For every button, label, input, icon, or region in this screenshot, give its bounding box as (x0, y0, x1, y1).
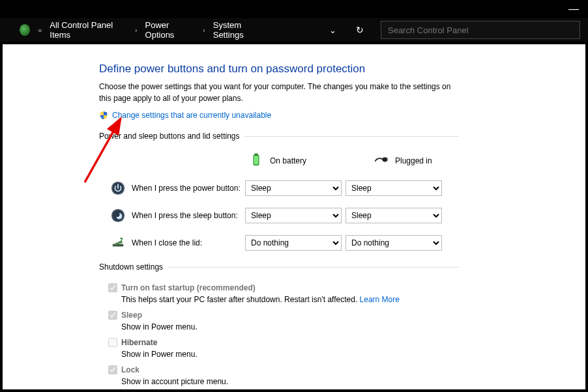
path-dropdown-chevron[interactable]: ⌄ (325, 25, 340, 35)
title-bar: — (0, 0, 588, 18)
minimize-button[interactable]: — (568, 4, 579, 14)
nav-bar: « All Control Panel Items › Power Option… (0, 18, 588, 42)
sleep-title: Sleep (121, 311, 142, 320)
svg-rect-4 (387, 158, 388, 159)
uac-shield-icon (99, 111, 108, 120)
breadcrumb-back-chevron[interactable]: « (38, 26, 42, 34)
column-header-plugged: Plugged in (395, 156, 432, 165)
search-input[interactable] (381, 21, 580, 39)
svg-rect-1 (254, 154, 258, 156)
hibernate-checkbox[interactable]: Hibernate (108, 338, 459, 347)
section-header-label: Shutdown settings (99, 262, 163, 272)
battery-icon (249, 152, 263, 169)
close-lid-battery-select[interactable]: Do nothing (245, 235, 342, 251)
chevron-right-icon: › (135, 26, 138, 34)
breadcrumb-item[interactable]: Power Options (145, 20, 195, 40)
control-panel-icon (20, 24, 30, 36)
sleep-button-battery-select[interactable]: Sleep (245, 208, 342, 223)
close-lid-label: When I close the lid: (128, 238, 245, 247)
breadcrumb-item[interactable]: System Settings (213, 20, 268, 40)
section-header-shutdown: Shutdown settings (99, 262, 459, 272)
power-button-plugged-select[interactable]: Sleep (345, 180, 442, 196)
page-subtitle: Choose the power settings that you want … (99, 81, 459, 104)
sleep-button-label: When I press the sleep button: (128, 211, 245, 220)
hibernate-checkbox-input[interactable] (108, 338, 117, 347)
fast-startup-title: Turn on fast startup (recommended) (121, 283, 256, 292)
svg-rect-5 (387, 160, 388, 161)
lock-checkbox[interactable]: Lock (108, 365, 459, 374)
fast-startup-checkbox[interactable]: Turn on fast startup (recommended) (108, 283, 459, 292)
power-button-battery-select[interactable]: Sleep (245, 180, 342, 196)
sleep-button-icon (108, 208, 128, 223)
plug-icon (374, 152, 389, 169)
section-header-label: Power and sleep buttons and lid settings (99, 132, 239, 141)
hibernate-desc: Show in Power menu. (121, 350, 459, 359)
lock-desc: Show in account picture menu. (121, 377, 459, 386)
section-header-buttons-lid: Power and sleep buttons and lid settings (99, 132, 459, 141)
chevron-right-icon: › (203, 26, 205, 34)
close-lid-plugged-select[interactable]: Do nothing (345, 235, 442, 251)
svg-rect-2 (254, 156, 258, 165)
page-title: Define power buttons and turn on passwor… (99, 63, 459, 76)
fast-startup-checkbox-input[interactable] (108, 283, 117, 292)
learn-more-link[interactable]: Learn More (360, 295, 400, 304)
power-button-icon (108, 181, 128, 195)
change-settings-link[interactable]: Change settings that are currently unava… (112, 111, 271, 120)
fast-startup-desc: This helps start your PC faster after sh… (121, 295, 360, 304)
refresh-icon[interactable]: ↻ (351, 25, 369, 35)
sleep-desc: Show in Power menu. (121, 322, 459, 331)
breadcrumb-item[interactable]: All Control Panel Items (50, 20, 127, 40)
close-lid-icon (108, 236, 128, 250)
sleep-checkbox[interactable]: Sleep (108, 311, 459, 320)
hibernate-title: Hibernate (121, 338, 157, 347)
sleep-checkbox-input[interactable] (108, 311, 117, 320)
column-header-battery: On battery (270, 156, 306, 165)
sleep-button-plugged-select[interactable]: Sleep (345, 208, 442, 223)
power-button-label: When I press the power button: (128, 184, 245, 193)
content-area: Define power buttons and turn on passwor… (3, 44, 585, 389)
lock-title: Lock (121, 365, 140, 374)
lock-checkbox-input[interactable] (108, 365, 117, 374)
